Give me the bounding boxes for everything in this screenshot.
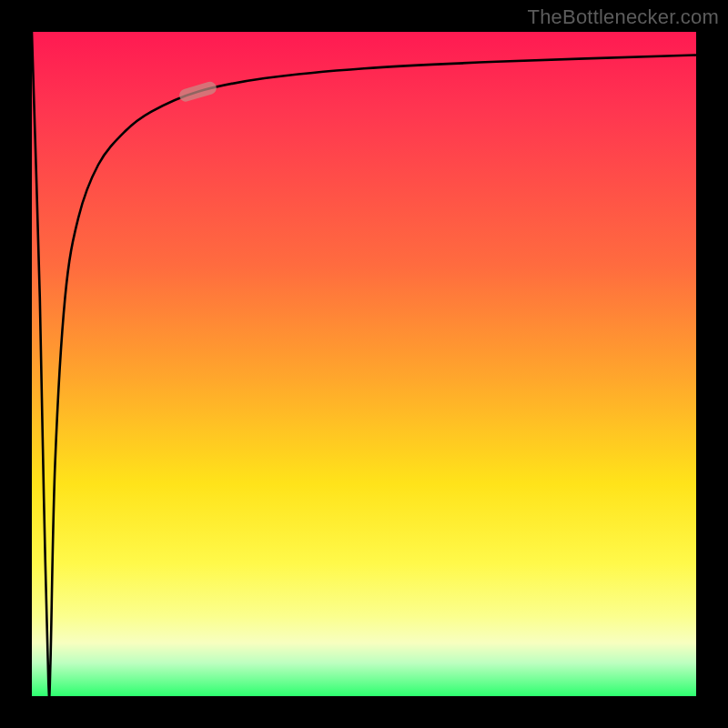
attribution-label: TheBottlenecker.com (528, 5, 719, 29)
plot-area (31, 31, 697, 697)
highlight-marker (177, 80, 217, 103)
chart-container: TheBottlenecker.com (0, 0, 728, 728)
bottleneck-curve (32, 32, 696, 698)
chart-svg (32, 32, 696, 696)
svg-rect-0 (177, 80, 217, 103)
